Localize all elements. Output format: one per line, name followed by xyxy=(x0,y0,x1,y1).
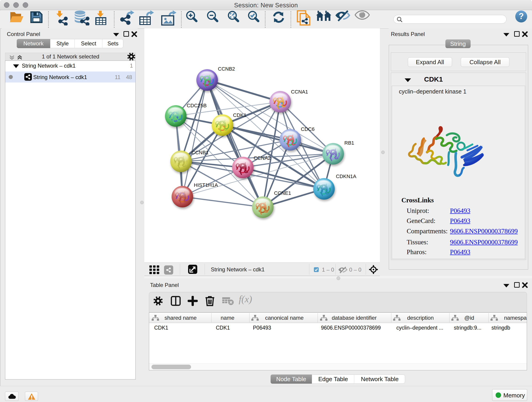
svg-text:CDKN1A: CDKN1A xyxy=(336,173,356,179)
svg-text:CDC25B: CDC25B xyxy=(187,103,207,108)
svg-text:CCNA2: CCNA2 xyxy=(254,155,271,161)
svg-text:RB1: RB1 xyxy=(344,140,354,146)
svg-text:CCNB2: CCNB2 xyxy=(218,66,235,72)
svg-text:?: ? xyxy=(519,12,524,21)
svg-text:CCNB1: CCNB1 xyxy=(191,150,209,155)
svg-text:CDC6: CDC6 xyxy=(301,126,315,132)
svg-text:CCNE1: CCNE1 xyxy=(274,190,291,196)
svg-text:CDK1: CDK1 xyxy=(233,112,247,118)
svg-text:HIST1H1A: HIST1H1A xyxy=(194,182,218,188)
svg-text:CCNA1: CCNA1 xyxy=(291,89,308,95)
